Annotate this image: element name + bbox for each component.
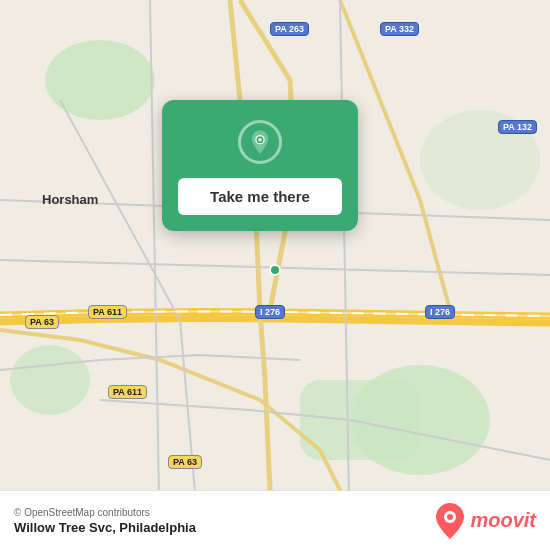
svg-point-8	[258, 138, 262, 142]
svg-point-3	[10, 345, 90, 415]
svg-point-0	[45, 40, 155, 120]
road-badge-pa63a: PA 63	[25, 315, 59, 329]
city-label-horsham: Horsham	[42, 192, 98, 207]
map-roads	[0, 0, 550, 550]
moovit-logo: moovit	[436, 503, 536, 539]
popup-card: Take me there	[162, 100, 358, 231]
road-badge-pa132: PA 132	[498, 120, 537, 134]
copyright-text: © OpenStreetMap contributors	[14, 507, 196, 518]
location-icon	[238, 120, 282, 164]
map-container: PA 263 PA 332 PA 132 I 276 I 276 PA 611 …	[0, 0, 550, 550]
svg-point-10	[447, 514, 453, 520]
road-badge-pa263: PA 263	[270, 22, 309, 36]
road-badge-pa611b: PA 611	[108, 385, 147, 399]
road-badge-pa63b: PA 63	[168, 455, 202, 469]
bottom-left-info: © OpenStreetMap contributors Willow Tree…	[14, 507, 196, 535]
road-badge-i276b: I 276	[425, 305, 455, 319]
road-badge-pa332: PA 332	[380, 22, 419, 36]
location-label: Willow Tree Svc, Philadelphia	[14, 520, 196, 535]
road-badge-pa611a: PA 611	[88, 305, 127, 319]
moovit-pin-icon	[436, 503, 464, 539]
road-badge-i276a: I 276	[255, 305, 285, 319]
moovit-wordmark: moovit	[470, 509, 536, 532]
bottom-bar: © OpenStreetMap contributors Willow Tree…	[0, 490, 550, 550]
svg-point-5	[270, 265, 280, 275]
take-me-there-button[interactable]: Take me there	[178, 178, 342, 215]
